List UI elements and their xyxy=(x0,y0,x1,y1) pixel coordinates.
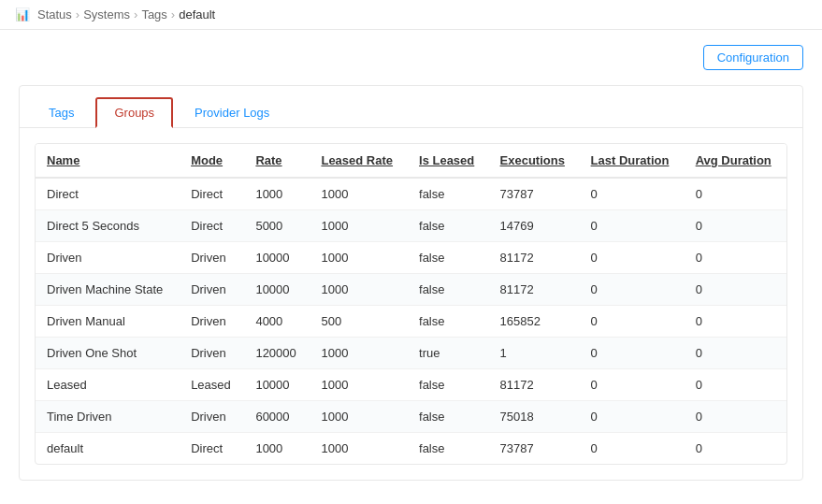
cell-name: default xyxy=(36,433,180,465)
cell-last_duration: 0 xyxy=(580,369,685,401)
tabs-wrapper: Tags Groups Provider Logs Name Mode Rate… xyxy=(19,85,803,481)
tab-tags[interactable]: Tags xyxy=(31,97,92,128)
cell-mode: Driven xyxy=(180,306,244,338)
cell-rate: 10000 xyxy=(244,274,310,306)
cell-last_duration: 0 xyxy=(580,338,685,369)
configuration-button[interactable]: Configuration xyxy=(703,45,803,70)
cell-is_leased: false xyxy=(408,306,489,338)
cell-name: Leased xyxy=(36,369,180,401)
cell-leased_rate: 1000 xyxy=(310,338,408,369)
table-row: Driven One ShotDriven1200001000true100 xyxy=(36,338,786,369)
cell-executions: 1 xyxy=(489,338,580,369)
table-row: DrivenDriven100001000false8117200 xyxy=(36,242,786,274)
cell-name: Driven Manual xyxy=(36,306,180,338)
breadcrumb-sep-3: › xyxy=(171,7,175,22)
col-mode[interactable]: Mode xyxy=(180,144,244,178)
cell-executions: 73787 xyxy=(489,433,580,465)
breadcrumb-status[interactable]: Status xyxy=(37,7,72,22)
cell-name: Time Driven xyxy=(36,401,180,433)
col-last-duration[interactable]: Last Duration xyxy=(580,144,685,178)
col-name[interactable]: Name xyxy=(36,144,180,178)
cell-avg_duration: 0 xyxy=(685,306,786,338)
table-row: Driven ManualDriven4000500false16585200 xyxy=(36,306,786,338)
tab-provider-logs[interactable]: Provider Logs xyxy=(177,97,287,128)
cell-is_leased: true xyxy=(408,338,489,369)
cell-rate: 10000 xyxy=(244,369,310,401)
col-leased-rate[interactable]: Leased Rate xyxy=(310,144,408,178)
breadcrumb-systems[interactable]: Systems xyxy=(83,7,130,22)
col-executions[interactable]: Executions xyxy=(489,144,580,178)
cell-avg_duration: 0 xyxy=(685,338,786,369)
cell-rate: 1000 xyxy=(244,178,310,210)
cell-last_duration: 0 xyxy=(580,401,685,433)
cell-leased_rate: 1000 xyxy=(310,433,408,465)
cell-last_duration: 0 xyxy=(580,242,685,274)
cell-name: Driven Machine State xyxy=(36,274,180,306)
top-actions: Configuration xyxy=(19,45,803,70)
cell-mode: Driven xyxy=(180,338,244,369)
table-row: defaultDirect10001000false7378700 xyxy=(36,433,786,465)
cell-name: Direct 5 Seconds xyxy=(36,210,180,242)
col-rate[interactable]: Rate xyxy=(244,144,310,178)
cell-avg_duration: 0 xyxy=(685,274,786,306)
cell-executions: 165852 xyxy=(489,306,580,338)
cell-executions: 81172 xyxy=(489,369,580,401)
breadcrumb-current: default xyxy=(179,7,215,22)
table-row: Direct 5 SecondsDirect50001000false14769… xyxy=(36,210,786,242)
cell-executions: 81172 xyxy=(489,242,580,274)
cell-rate: 5000 xyxy=(244,210,310,242)
cell-rate: 4000 xyxy=(244,306,310,338)
cell-mode: Driven xyxy=(180,401,244,433)
cell-rate: 10000 xyxy=(244,242,310,274)
cell-last_duration: 0 xyxy=(580,274,685,306)
breadcrumb: 📊 Status › Systems › Tags › default xyxy=(0,0,822,30)
cell-is_leased: false xyxy=(408,274,489,306)
cell-last_duration: 0 xyxy=(580,433,685,465)
tab-content-groups: Name Mode Rate Leased Rate Is Leased Exe… xyxy=(20,128,802,480)
status-icon: 📊 xyxy=(15,7,30,22)
cell-last_duration: 0 xyxy=(580,210,685,242)
breadcrumb-sep-2: › xyxy=(134,7,137,22)
cell-executions: 81172 xyxy=(489,274,580,306)
cell-mode: Direct xyxy=(180,210,244,242)
cell-is_leased: false xyxy=(408,242,489,274)
cell-mode: Leased xyxy=(180,369,244,401)
cell-avg_duration: 0 xyxy=(685,401,786,433)
cell-avg_duration: 0 xyxy=(685,210,786,242)
cell-is_leased: false xyxy=(408,210,489,242)
cell-mode: Direct xyxy=(180,433,244,465)
col-avg-duration[interactable]: Avg Duration xyxy=(685,144,786,178)
cell-mode: Driven xyxy=(180,274,244,306)
cell-mode: Driven xyxy=(180,242,244,274)
groups-table: Name Mode Rate Leased Rate Is Leased Exe… xyxy=(36,144,786,464)
cell-last_duration: 0 xyxy=(580,306,685,338)
cell-rate: 1000 xyxy=(244,433,310,465)
cell-rate: 60000 xyxy=(244,401,310,433)
table-row: Driven Machine StateDriven100001000false… xyxy=(36,274,786,306)
cell-name: Driven xyxy=(36,242,180,274)
cell-leased_rate: 1000 xyxy=(310,178,408,210)
table-row: Time DrivenDriven600001000false7501800 xyxy=(36,401,786,433)
cell-executions: 73787 xyxy=(489,178,580,210)
table-container: Name Mode Rate Leased Rate Is Leased Exe… xyxy=(35,143,787,465)
cell-avg_duration: 0 xyxy=(685,242,786,274)
cell-is_leased: false xyxy=(408,401,489,433)
table-header-row: Name Mode Rate Leased Rate Is Leased Exe… xyxy=(36,144,786,178)
tab-groups[interactable]: Groups xyxy=(95,97,173,128)
cell-last_duration: 0 xyxy=(580,178,685,210)
cell-executions: 75018 xyxy=(489,401,580,433)
breadcrumb-sep-1: › xyxy=(76,7,79,22)
cell-executions: 14769 xyxy=(489,210,580,242)
cell-leased_rate: 1000 xyxy=(310,274,408,306)
cell-avg_duration: 0 xyxy=(685,433,786,465)
cell-rate: 120000 xyxy=(244,338,310,369)
cell-is_leased: false xyxy=(408,369,489,401)
cell-leased_rate: 1000 xyxy=(310,401,408,433)
cell-leased_rate: 1000 xyxy=(310,242,408,274)
cell-is_leased: false xyxy=(408,178,489,210)
cell-leased_rate: 500 xyxy=(310,306,408,338)
cell-avg_duration: 0 xyxy=(685,178,786,210)
col-is-leased[interactable]: Is Leased xyxy=(408,144,489,178)
tabs-header: Tags Groups Provider Logs xyxy=(20,86,802,128)
breadcrumb-tags[interactable]: Tags xyxy=(141,7,166,22)
